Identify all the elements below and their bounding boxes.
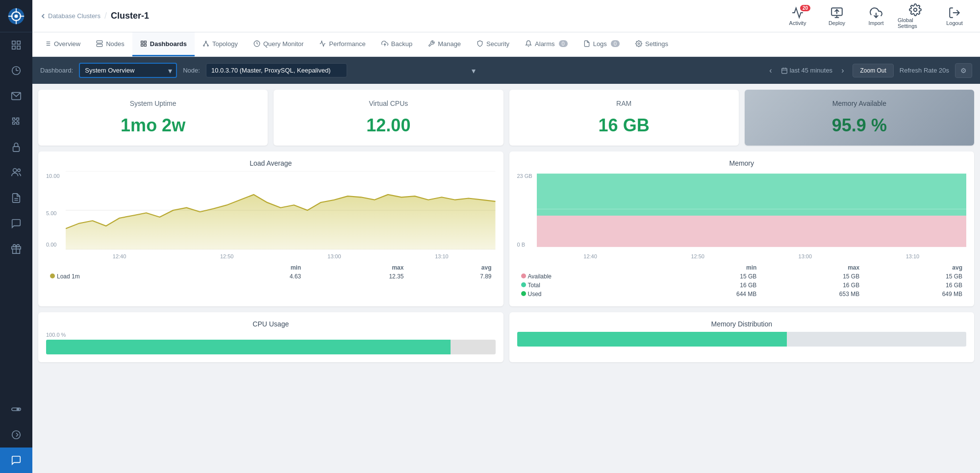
tab-nodes[interactable]: Nodes — [88, 32, 132, 56]
deploy-label: Deploy — [829, 20, 845, 26]
dashboard-label: Dashboard: — [40, 67, 73, 74]
y-label-top: 10.00 — [46, 173, 60, 179]
global-settings-button[interactable]: Global Settings — [898, 2, 933, 30]
svg-rect-52 — [781, 68, 787, 74]
tab-nodes-label: Nodes — [106, 40, 125, 48]
memory-title: Memory — [517, 159, 967, 167]
sidebar-icon-comment[interactable] — [0, 211, 32, 236]
load-avg-chart-card: Load Average 10.00 5.00 0.00 — [38, 151, 503, 306]
breadcrumb-back-link[interactable]: Database Clusters — [40, 12, 101, 20]
svg-point-44 — [205, 41, 206, 42]
tab-manage[interactable]: Manage — [420, 32, 469, 56]
tab-alarms[interactable]: Alarms 0 — [517, 32, 576, 56]
stat-card-uptime: System Uptime 1mo 2w — [38, 90, 268, 146]
tab-topology[interactable]: Topology — [195, 32, 246, 56]
svg-point-46 — [207, 45, 208, 46]
logout-button[interactable]: Logout — [937, 2, 972, 30]
load-avg-legend: min max avg Load 1m 4.63 12.35 7.89 — [46, 263, 496, 281]
y-label-bot: 0.00 — [46, 242, 56, 248]
svg-rect-59 — [537, 216, 967, 247]
svg-rect-41 — [144, 41, 146, 43]
sidebar-icon-lock[interactable] — [0, 134, 32, 160]
import-button[interactable]: Import — [858, 2, 894, 30]
bottom-row: CPU Usage 100.0 % Memory Distribution — [32, 306, 980, 368]
tab-overview-label: Overview — [54, 40, 80, 48]
svg-line-48 — [206, 42, 208, 45]
load-avg-x-labels: 12:40 12:50 13:00 13:10 — [66, 253, 496, 259]
toolbar-settings-button[interactable]: ⚙ — [955, 63, 972, 78]
sidebar-icon-grid[interactable] — [0, 32, 32, 58]
tab-dashboards-label: Dashboards — [150, 40, 187, 48]
svg-point-22 — [12, 431, 21, 439]
global-settings-label: Global Settings — [898, 17, 933, 29]
stats-row: System Uptime 1mo 2w Virtual CPUs 12.00 … — [32, 84, 980, 146]
sidebar-icon-toggle[interactable] — [0, 397, 32, 422]
stat-label-memory-available: Memory Available — [756, 100, 962, 107]
svg-rect-42 — [141, 44, 143, 46]
tab-overview[interactable]: Overview — [36, 32, 88, 56]
tab-settings[interactable]: Settings — [628, 32, 676, 56]
tab-manage-label: Manage — [438, 40, 461, 48]
svg-rect-36 — [97, 41, 102, 43]
stat-value-uptime: 1mo 2w — [50, 115, 256, 136]
tab-security-label: Security — [486, 40, 509, 48]
sidebar-icon-file[interactable] — [0, 185, 32, 211]
sidebar-icon-puzzle[interactable] — [0, 109, 32, 134]
zoom-out-button[interactable]: Zoom Out — [853, 64, 893, 77]
memory-dist-bar — [517, 332, 967, 347]
memory-chart-card: Memory 23 GB 0 B 12:40 — [509, 151, 975, 306]
tab-backup-label: Backup — [391, 40, 412, 48]
node-label: Node: — [183, 67, 200, 74]
dashboard-select[interactable]: System Overview — [79, 63, 177, 78]
node-select[interactable]: 10.0.3.70 (Master, ProxySQL, Keepalived) — [206, 63, 347, 77]
stat-label-ram: RAM — [521, 100, 727, 107]
time-next-button[interactable]: › — [838, 65, 847, 76]
tab-security[interactable]: Security — [469, 32, 517, 56]
sidebar-icon-chart[interactable] — [0, 58, 32, 83]
logs-badge: 0 — [611, 40, 620, 47]
activity-label: Activity — [789, 20, 806, 26]
memory-available-row: Available 15 GB 15 GB 15 GB — [517, 272, 967, 281]
breadcrumb-current: Cluster-1 — [111, 11, 149, 21]
alarms-badge: 0 — [559, 40, 568, 47]
svg-rect-7 — [12, 41, 15, 44]
import-label: Import — [868, 20, 883, 26]
tab-backup[interactable]: Backup — [374, 32, 420, 56]
tab-dashboards[interactable]: Dashboards — [132, 32, 195, 56]
tab-logs-label: Logs — [593, 40, 607, 48]
topbar-actions: 20 Activity Deploy — [780, 2, 972, 30]
load1m-dot — [50, 274, 55, 278]
tab-performance[interactable]: Performance — [311, 32, 373, 56]
memory-distribution-chart-card: Memory Distribution — [509, 312, 975, 362]
activity-button[interactable]: 20 Activity — [780, 2, 815, 30]
breadcrumb-parent: Database Clusters — [48, 12, 101, 20]
tab-settings-label: Settings — [645, 40, 668, 48]
col-max: max — [305, 263, 407, 272]
sidebar-icon-expand[interactable] — [0, 422, 32, 448]
deploy-button[interactable]: Deploy — [819, 2, 854, 30]
tabbar: Overview Nodes Dashboards Topology Query… — [32, 32, 980, 57]
logo — [0, 0, 32, 32]
svg-rect-43 — [144, 44, 146, 46]
mem-y-bot: 0 B — [517, 242, 526, 248]
cpu-usage-bar — [46, 340, 496, 354]
memory-distribution-title: Memory Distribution — [517, 320, 967, 328]
tab-query-monitor[interactable]: Query Monitor — [246, 32, 311, 56]
svg-rect-13 — [13, 147, 20, 151]
stat-card-ram: RAM 16 GB — [509, 90, 739, 146]
svg-rect-8 — [17, 41, 20, 44]
sidebar-icon-users[interactable] — [0, 160, 32, 185]
time-prev-button[interactable]: ‹ — [766, 65, 775, 76]
stat-card-memory-available: Memory Available 95.9 % — [745, 90, 974, 146]
main-area: Database Clusters / Cluster-1 20 Activit… — [32, 0, 980, 473]
tab-alarms-label: Alarms — [535, 40, 554, 48]
sidebar-icon-envelope[interactable] — [0, 83, 32, 109]
tab-logs[interactable]: Logs 0 — [576, 32, 628, 56]
sidebar-icon-chat-active[interactable] — [0, 448, 32, 473]
sidebar-icon-gift[interactable] — [0, 236, 32, 262]
svg-line-47 — [204, 42, 206, 45]
refresh-rate-label: Refresh Rate 20s — [900, 67, 949, 74]
cpu-y-label: 100.0 % — [46, 332, 496, 338]
dashboard-select-wrap: System Overview — [79, 63, 177, 78]
memory-svg — [537, 171, 967, 247]
